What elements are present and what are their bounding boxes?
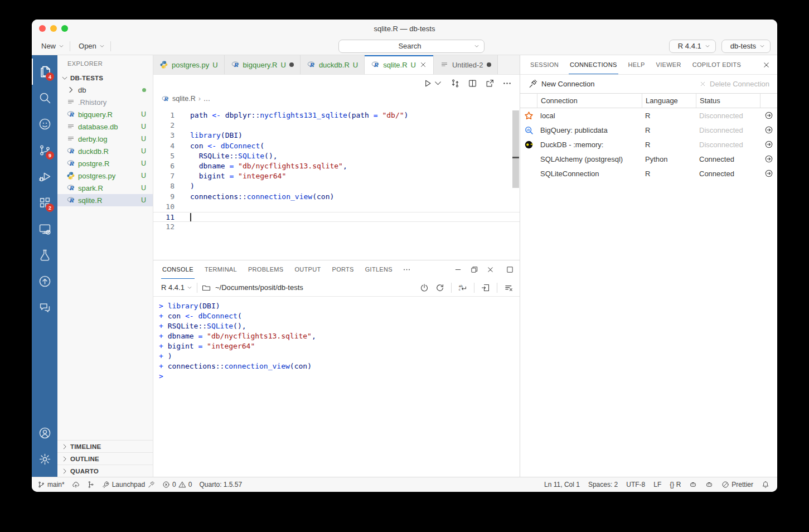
open-connection-button[interactable]	[760, 111, 777, 120]
explorer-item-database.db[interactable]: database.dbU	[57, 120, 153, 133]
pane-tab-session[interactable]: SESSION	[529, 55, 560, 74]
code-line[interactable]: 8)	[153, 181, 520, 191]
activity-bar-item-extensions[interactable]: 2	[32, 190, 57, 216]
code-editor[interactable]: 1path <- dbplyr::nycflights131_sqlite(pa…	[153, 106, 520, 260]
encoding[interactable]: UTF-8	[626, 481, 645, 489]
code-text[interactable]	[175, 212, 191, 221]
interpreter-selector[interactable]: R R 4.4.1	[669, 40, 716, 53]
new-connection-button[interactable]: New Connection	[528, 79, 594, 89]
git-graph[interactable]	[87, 481, 95, 489]
connection-row-sqlalchemy-postgresql-[interactable]: SQLAlchemy (postgresql)PythonConnected	[520, 152, 777, 166]
delete-connection-button[interactable]: Delete Connection	[699, 80, 769, 88]
search-input[interactable]: Search	[338, 40, 485, 53]
run-button[interactable]	[423, 79, 443, 88]
publish-changes[interactable]	[72, 481, 80, 489]
editor-tab-Untitled-2[interactable]: Untitled-2	[434, 55, 498, 74]
source-control-compare-icon[interactable]	[450, 79, 460, 88]
activity-bar-item-source-control[interactable]: 9	[32, 137, 57, 163]
more-panel-tabs-icon[interactable]	[403, 265, 411, 274]
workspace-root-item[interactable]: DB-TESTS	[57, 72, 153, 84]
minimize-panel-icon[interactable]	[454, 265, 462, 274]
code-text[interactable]: path <- dbplyr::nycflights131_sqlite(pat…	[175, 110, 408, 120]
panel-tab-output[interactable]: OUTPUT	[293, 260, 322, 279]
code-line[interactable]: 6 dbname = "db/nycflights13.sqlite",	[153, 161, 520, 171]
explorer-item-sqlite.R[interactable]: Rsqlite.RU	[57, 194, 153, 206]
maximize-panel-icon[interactable]	[506, 265, 514, 274]
explorer-item-bigquery.R[interactable]: Rbigquery.RU	[57, 108, 153, 120]
status-column-header[interactable]: Status	[696, 94, 760, 108]
explorer-item-derby.log[interactable]: derby.logU	[57, 133, 153, 145]
minimize-window-button[interactable]	[50, 25, 57, 32]
activity-bar-item-testing[interactable]	[32, 242, 57, 268]
code-line[interactable]: 2	[153, 120, 520, 130]
working-directory-label[interactable]: ~/Documents/posit/db-tests	[215, 283, 303, 292]
activity-bar-item-github[interactable]	[32, 111, 57, 137]
editor-tab-sqlite.R[interactable]: Rsqlite.RU	[365, 55, 434, 74]
close-window-button[interactable]	[39, 25, 46, 32]
editor-scrollbar[interactable]	[512, 110, 519, 188]
code-text[interactable]	[175, 202, 190, 212]
code-text[interactable]: RSQLite::SQLite(),	[175, 151, 278, 161]
code-line[interactable]: 5 RSQLite::SQLite(),	[153, 151, 520, 161]
activity-bar-item-settings[interactable]	[32, 446, 57, 472]
code-text[interactable]: con <- dbConnect(	[175, 141, 264, 151]
connection-column-header[interactable]: Connection	[537, 94, 642, 108]
explorer-item-spark.R[interactable]: Rspark.RU	[57, 182, 153, 194]
notifications[interactable]	[762, 481, 769, 489]
panel-tab-console[interactable]: CONSOLE	[161, 260, 195, 279]
open-connection-button[interactable]	[760, 154, 777, 163]
split-editor-icon[interactable]	[468, 79, 477, 88]
breadcrumb-file[interactable]: sqlite.R	[172, 95, 196, 103]
code-text[interactable]	[175, 120, 190, 130]
open-button[interactable]: Open	[76, 42, 105, 50]
console-runtime-label[interactable]: R 4.4.1	[161, 283, 185, 292]
activity-bar-item-explorer[interactable]: 4	[32, 59, 57, 85]
code-text[interactable]: dbname = "db/nycflights13.sqlite",	[175, 161, 347, 171]
code-text[interactable]: bigint = "integer64"	[175, 171, 286, 181]
explorer-item-postgre.R[interactable]: Rpostgre.RU	[57, 157, 153, 170]
explorer-item-postgres.py[interactable]: postgres.pyU	[57, 170, 153, 182]
pane-tab-connections[interactable]: CONNECTIONS	[569, 55, 618, 74]
open-connection-button[interactable]	[760, 169, 777, 178]
explorer-item-.Rhistory[interactable]: .Rhistory	[57, 96, 153, 108]
open-connection-button[interactable]	[760, 125, 777, 134]
workspace-selector[interactable]: db-tests	[721, 40, 771, 53]
code-line[interactable]: 1path <- dbplyr::nycflights131_sqlite(pa…	[153, 110, 520, 120]
code-line[interactable]: 9connections::connection_view(con)	[153, 192, 520, 202]
explorer-item-db[interactable]: db	[57, 84, 153, 96]
connection-row-duckdb-memory-[interactable]: DuckDB - :memory:RDisconnected	[520, 137, 777, 152]
close-tab-icon[interactable]	[419, 61, 427, 69]
panel-tab-problems[interactable]: PROBLEMS	[247, 260, 285, 279]
panel-tab-terminal[interactable]: TERMINAL	[204, 260, 238, 279]
copilot-edits[interactable]	[705, 481, 713, 489]
code-text[interactable]: )	[175, 181, 195, 191]
pane-tab-help[interactable]: HELP	[627, 55, 646, 74]
word-wrap-icon[interactable]: abc	[458, 283, 467, 292]
code-text[interactable]: library(DBI)	[175, 130, 243, 141]
restore-panel-icon[interactable]	[470, 265, 478, 274]
launchpad[interactable]: Launchpad	[102, 481, 155, 489]
code-line[interactable]: 3library(DBI)	[153, 130, 520, 141]
prettier[interactable]: Prettier	[721, 481, 753, 489]
pane-tab-copilot-edits[interactable]: COPILOT EDITS	[691, 55, 742, 74]
new-button[interactable]: New	[38, 42, 64, 50]
panel-tab-ports[interactable]: PORTS	[331, 260, 355, 279]
sidebar-section-outline[interactable]: OUTLINE	[57, 452, 153, 465]
code-text[interactable]: connections::connection_view(con)	[175, 192, 334, 202]
close-panel-icon[interactable]	[486, 265, 495, 274]
breadcrumb[interactable]: R sqlite.R › …	[153, 91, 520, 106]
console-output[interactable]: > library(DBI)+ con <- dbConnect(+ RSQLi…	[153, 297, 520, 477]
language-column-header[interactable]: Language	[642, 94, 696, 108]
open-in-new-window-icon[interactable]	[485, 79, 495, 88]
activity-bar-item-publish[interactable]	[32, 268, 57, 294]
code-line[interactable]: 10	[153, 202, 520, 212]
cursor-position[interactable]: Ln 11, Col 1	[544, 481, 580, 489]
chevron-down-icon[interactable]	[474, 43, 479, 49]
restart-session-icon[interactable]	[435, 283, 444, 292]
connection-row-sqliteconnection[interactable]: SQLiteConnectionRConnected	[520, 166, 777, 181]
panel-tab-gitlens[interactable]: GITLENS	[364, 260, 394, 279]
activity-bar-item-account[interactable]	[32, 420, 57, 446]
explorer-item-duckdb.R[interactable]: Rduckdb.RU	[57, 145, 153, 157]
indentation[interactable]: Spaces: 2	[588, 481, 618, 489]
open-connection-button[interactable]	[760, 140, 777, 149]
